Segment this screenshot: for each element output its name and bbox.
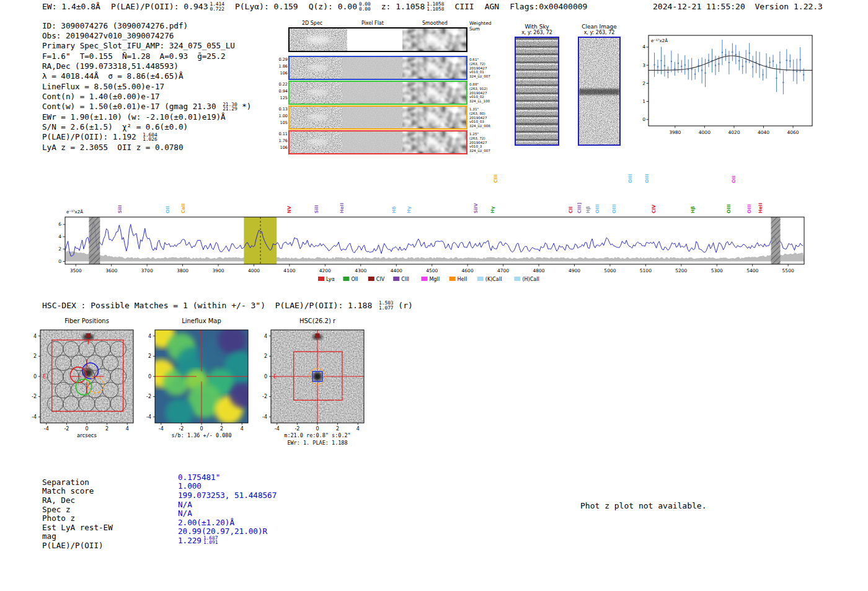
legend-swatch xyxy=(514,277,520,281)
fiber-stripes-overlay xyxy=(516,38,558,144)
axis-tick-label: -2 xyxy=(262,394,267,399)
cutout-title: Fiber Positions xyxy=(64,318,109,324)
axis-tick-label: 4600 xyxy=(462,268,474,273)
axis-tick-label: 5000 xyxy=(604,268,616,273)
photz-note: Phot z plot not available. xyxy=(580,501,707,510)
emission-line-label: OIII xyxy=(627,174,633,183)
header-segment: EW: 1.4±0.8Å xyxy=(42,2,100,11)
emission-line-label: CII xyxy=(568,207,574,213)
axis-tick-label: 0 xyxy=(200,426,203,432)
info-line: λ = 4018.44Å σ = 8.86(±4.65)Å xyxy=(42,71,251,81)
axis-tick-label: 3600 xyxy=(105,268,117,273)
axis-tick-label: -2 xyxy=(294,426,299,432)
uncertainty-fraction: 1.6041.026 xyxy=(143,133,157,142)
axis-tick-label: 5100 xyxy=(640,268,652,273)
axis-tick-label: 4400 xyxy=(391,268,402,273)
axis-tick-label: 0 xyxy=(58,259,61,264)
axis-tick-label: 2 xyxy=(105,426,108,432)
legend-label: CIV xyxy=(376,277,385,282)
axis-tick-label: 5500 xyxy=(782,268,794,273)
full-spectrum-plot: 3500360037003800390040004100420043004400… xyxy=(37,157,834,288)
spec2d-row-strip xyxy=(290,57,466,79)
axis-tick-label: 4020 xyxy=(728,130,740,135)
axis-tick-label: 1 xyxy=(642,99,645,104)
with-sky-panel: With Sky x, y: 263, 72 xyxy=(514,24,560,146)
clean-image-title: Clean Image xyxy=(577,24,621,30)
north-marker xyxy=(86,333,91,337)
axis-tick-label: -2 xyxy=(32,394,37,399)
cutout-caption: s/b: 1.36 +/- 0.080 xyxy=(171,432,231,438)
with-sky-coords: x, y: 263, 72 xyxy=(514,30,560,35)
emission-line-label: NV xyxy=(286,206,292,213)
weighted-sum-strip xyxy=(288,27,467,52)
spec2d-row: 0.111.761061.25"(263, 72)20190427v010_33… xyxy=(288,130,467,154)
elixer-report-page: EW: 1.4±0.8ÅP(LAE)/P(OII): 0.9431.4140.7… xyxy=(0,0,868,591)
axis-tick-label: 3500 xyxy=(70,268,82,273)
north-marker xyxy=(316,333,320,337)
table-row-value: N/A xyxy=(178,509,192,518)
axis-tick-label: 4040 xyxy=(758,130,769,135)
table-row-label: P(LAE)/P(OII) xyxy=(42,541,178,550)
uncertainty-fraction: 1.10581.1058 xyxy=(427,2,444,11)
emission-line-label: OIII xyxy=(595,204,600,213)
info-line: LineFlux = 8.50(±5.00)e-17 xyxy=(42,81,251,91)
axis-tick-label: 4 xyxy=(356,426,360,432)
table-row-value: 1.000 xyxy=(178,481,202,491)
info-line: Cont(w) = 1.50(±0.01)e-17 (gmag 21.30 21… xyxy=(42,102,251,112)
cutout-fiber-positions: Fiber PositionsE-4-4-2-2002244arcsecs xyxy=(19,314,136,454)
legend-swatch xyxy=(318,277,324,281)
axis-tick-label: 4700 xyxy=(497,268,509,273)
emission-line-label: SiII xyxy=(314,205,319,213)
info-line: P(LAE)/P(OII): 1.192 1.6041.026 xyxy=(42,132,251,142)
legend-swatch xyxy=(421,277,427,281)
axis-tick-label: 2 xyxy=(148,353,151,359)
emission-line-label: CIII] xyxy=(577,203,582,213)
info-line: F=1.6" T=0.155 N̄=1.28 A=0.93 ḡ=25.2 xyxy=(42,51,251,61)
info-line: RA,Dec (199.073318,51.448593) xyxy=(42,61,251,71)
axis-tick-label: 4 xyxy=(642,44,645,50)
axis-tick-label: 0 xyxy=(85,426,88,432)
axis-tick-label: 2 xyxy=(58,246,61,252)
compass-east-label: E xyxy=(43,373,46,380)
axis-tick-label: 4100 xyxy=(283,268,295,273)
axis-tick-label: -4 xyxy=(44,426,49,432)
table-row-label: Est LyA rest-EW xyxy=(42,523,178,532)
legend-swatch xyxy=(393,277,399,281)
axis-tick-label: 0 xyxy=(264,374,267,380)
emission-line-label: Hδ xyxy=(391,207,397,213)
legend-label: (K)CaII xyxy=(485,277,502,282)
axis-tick-label: 0 xyxy=(33,374,37,380)
axis-tick-label: -4 xyxy=(262,414,267,420)
axis-tick-label: 2 xyxy=(33,353,37,359)
emission-line-label: HeII xyxy=(758,203,763,213)
emission-line-label: Hγ xyxy=(490,207,495,213)
table-row: Spec zN/A xyxy=(42,505,277,514)
cutout-title: Lineflux Map xyxy=(182,318,221,324)
axis-tick-label: 2 xyxy=(264,353,267,359)
spec2d-row-strip xyxy=(290,107,466,128)
axis-tick-label: 2 xyxy=(642,81,645,86)
header-segment: CIII xyxy=(454,2,474,11)
spec2d-row-weights: 0.131.00105 xyxy=(274,107,288,128)
table-row: RA, Dec199.073253, 51.448567 xyxy=(42,495,277,505)
weighted-sum-label: Weighted Sum xyxy=(469,21,498,32)
legend-swatch xyxy=(368,277,374,281)
axis-tick-label: 4900 xyxy=(569,268,580,273)
match-table: Separation0.175481"Match score1.000RA, D… xyxy=(42,478,277,550)
header-segment: Flags:0x00400009 xyxy=(510,2,587,11)
info-line: Cont(n) = 1.40(±0.00)e-17 xyxy=(42,91,251,101)
uncertainty-fraction: 1.4140.722 xyxy=(210,2,224,11)
emission-line-label: OIII xyxy=(644,174,650,183)
uncertainty-fraction: 21.3021.29 xyxy=(223,102,237,112)
hsc-match-header: HSC-DEX : Possible Matches = 1 (within +… xyxy=(42,301,413,310)
axis-tick-label: -4 xyxy=(146,414,151,420)
emission-line-label: OIII xyxy=(746,204,752,213)
info-line: Primary Spec_Slot_IFU_AMP: 324_075_055_L… xyxy=(42,41,251,51)
spec2d-row: 0.131.001051.31"(263, 80)20190427v010_03… xyxy=(288,105,467,130)
emission-line-label: Hβ xyxy=(690,206,696,213)
compass-east-label: E xyxy=(273,373,277,380)
cutout-image xyxy=(147,322,251,427)
legend-swatch xyxy=(477,277,484,281)
line-fit-plot: 3980400040204040406001234e⁻¹⁷x2Å xyxy=(640,29,821,143)
spec2d-row-annotation: 1.25"(263, 72)20190427v010_3324_LU_007 xyxy=(469,132,499,153)
